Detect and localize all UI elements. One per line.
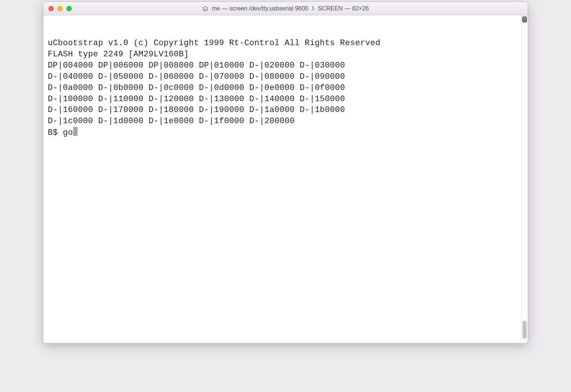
terminal-line: D-|100000 D-|110000 D-|120000 D-|130000 …	[48, 94, 518, 105]
terminal-window: me — screen /dev/tty.usbserial 9600 SCRE…	[43, 1, 528, 343]
prompt-line: B$ go	[48, 127, 518, 139]
terminal-line: D-|1c0000 D-|1d0000 D-|1e0000 D-|1f0000 …	[48, 116, 518, 127]
minimize-button[interactable]	[57, 6, 63, 11]
terminal-line: DP|004000 DP|006000 DP|008000 DP|010000 …	[48, 60, 518, 71]
zoom-button[interactable]	[66, 6, 72, 11]
cursor-block	[73, 127, 78, 136]
titlebar[interactable]: me — screen /dev/tty.usbserial 9600 SCRE…	[43, 2, 528, 15]
chevron-right-icon	[311, 5, 315, 12]
home-icon	[202, 5, 209, 12]
prompt: B$	[48, 128, 63, 137]
title-text-left: me — screen /dev/tty.usbserial 9600	[212, 5, 308, 12]
entered-command: go	[63, 128, 73, 137]
vertical-scrollbar[interactable]	[521, 15, 528, 343]
terminal-line: D-|040000 D-|050000 D-|060000 D-|070000 …	[48, 71, 518, 83]
terminal-line: uCbootstrap v1.0 (c) Copyright 1999 Rt-C…	[48, 38, 518, 49]
scroll-top-indicator[interactable]	[522, 16, 527, 22]
window-title: me — screen /dev/tty.usbserial 9600 SCRE…	[202, 5, 369, 12]
terminal-line: FLASH type 2249 [AM29LV160B]	[48, 49, 518, 60]
window-body: uCbootstrap v1.0 (c) Copyright 1999 Rt-C…	[43, 15, 528, 343]
traffic-lights	[49, 6, 72, 11]
terminal-line: D-|0a0000 D-|0b0000 D-|0c0000 D-|0d0000 …	[48, 83, 518, 94]
terminal-viewport[interactable]: uCbootstrap v1.0 (c) Copyright 1999 Rt-C…	[43, 15, 521, 343]
close-button[interactable]	[49, 6, 54, 11]
scroll-thumb[interactable]	[522, 321, 527, 339]
terminal-line: D-|160000 D-|170000 D-|180000 D-|190000 …	[48, 105, 518, 116]
title-text-right: SCREEN — 82×26	[318, 5, 369, 12]
